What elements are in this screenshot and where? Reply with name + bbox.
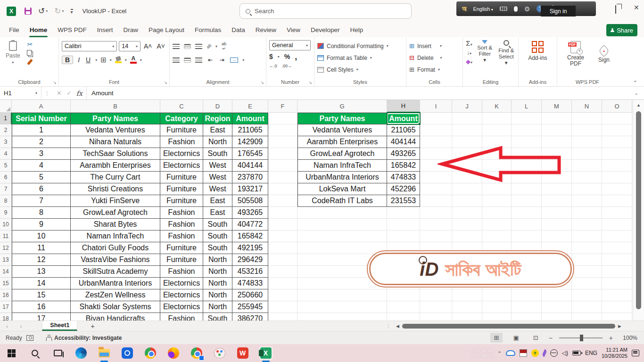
start-button[interactable] — [5, 346, 18, 360]
paste-button[interactable]: Paste▾ — [3, 40, 23, 66]
cell-F9[interactable] — [268, 207, 297, 219]
cell-C14[interactable]: Fashion — [160, 266, 203, 278]
copy-icon[interactable] — [27, 50, 32, 56]
firefox-icon[interactable] — [167, 346, 180, 360]
italic-button[interactable]: I — [76, 56, 81, 64]
column-header-H[interactable]: H — [387, 100, 420, 113]
antivirus-icon[interactable]: + — [531, 349, 539, 357]
cell-L18[interactable] — [512, 313, 542, 321]
vertical-scroll-thumb[interactable] — [636, 111, 641, 309]
close-window-button[interactable]: ✕ — [634, 4, 639, 11]
decrease-indent-icon[interactable]: ⇤ — [206, 57, 214, 63]
column-header-C[interactable]: C — [160, 100, 203, 113]
column-header-L[interactable]: L — [512, 100, 542, 113]
onedrive-icon[interactable] — [506, 350, 515, 356]
cell-A8[interactable]: 7 — [12, 195, 71, 207]
cell-N18[interactable] — [572, 313, 602, 321]
ribbon-tab-insert[interactable]: Insert — [92, 24, 118, 36]
column-header-M[interactable]: M — [542, 100, 572, 113]
page-layout-view-icon[interactable]: ▣ — [509, 333, 522, 343]
cell-G8[interactable]: CodeRath IT Labs — [297, 195, 387, 207]
cell-H9[interactable] — [387, 207, 420, 219]
ribbon-tab-review[interactable]: Review — [250, 24, 281, 36]
cell-C2[interactable]: Furniture — [160, 124, 203, 136]
top-align-icon[interactable] — [173, 44, 180, 49]
cell-C17[interactable]: Electornics — [160, 301, 203, 313]
row-header-16[interactable]: 16 — [0, 289, 12, 301]
network-globe-icon[interactable] — [550, 349, 558, 357]
delete-cells-button[interactable]: ⊟Delete▾ — [409, 52, 460, 64]
cell-F10[interactable] — [268, 219, 297, 230]
wps-office-icon[interactable]: W — [236, 346, 249, 360]
cell-G12[interactable] — [297, 242, 387, 254]
cell-F4[interactable] — [268, 148, 297, 160]
cell-B1[interactable]: Party Names — [71, 113, 160, 124]
undo-icon[interactable]: ↺ — [38, 6, 45, 16]
font-dialog-launcher-icon[interactable]: ↘ — [164, 80, 167, 85]
insert-function-icon[interactable]: fx — [76, 90, 83, 97]
cell-B4[interactable]: TechSaar Solutions — [71, 148, 160, 160]
row-header-17[interactable]: 17 — [0, 301, 12, 313]
cell-C1[interactable]: Category — [160, 113, 203, 124]
column-header-I[interactable]: I — [420, 100, 452, 113]
increase-decimal-button[interactable]: ←.0 — [269, 64, 277, 68]
cell-O14[interactable] — [602, 266, 632, 278]
normal-view-icon[interactable]: ⊞ — [490, 333, 503, 343]
cell-styles-button[interactable]: Cell Styles▾ — [317, 64, 403, 75]
cell-F14[interactable] — [268, 266, 297, 278]
cell-G4[interactable]: GrowLeaf Agrotech — [297, 148, 387, 160]
orientation-icon[interactable]: ab — [206, 43, 212, 49]
cell-G3[interactable]: Aarambh Enterprises — [297, 136, 387, 148]
restore-window-button[interactable] — [615, 6, 616, 13]
cell-A14[interactable]: 13 — [12, 266, 71, 278]
cell-N3[interactable] — [572, 136, 602, 148]
page-break-view-icon[interactable]: ⊡ — [529, 333, 542, 343]
cell-B5[interactable]: Aarambh Enterprises — [71, 160, 160, 172]
align-center-icon[interactable] — [184, 58, 191, 63]
row-header-6[interactable]: 6 — [0, 172, 12, 183]
cell-M17[interactable] — [542, 301, 572, 313]
horizontal-scroll-thumb[interactable] — [402, 324, 615, 329]
redo-dropdown-icon[interactable]: ▾ — [62, 9, 64, 13]
row-header-13[interactable]: 13 — [0, 254, 12, 266]
ribbon-tab-wps-pdf[interactable]: WPS PDF — [52, 24, 92, 36]
cell-K16[interactable] — [482, 289, 512, 301]
ribbon-tab-file[interactable]: File — [4, 24, 25, 36]
ribbon-tab-draw[interactable]: Draw — [118, 24, 144, 36]
cell-I10[interactable] — [420, 219, 452, 230]
cell-E12[interactable]: 492195 — [232, 242, 268, 254]
row-header-4[interactable]: 4 — [0, 148, 12, 160]
cancel-icon[interactable]: ✕ — [57, 90, 62, 97]
cell-G9[interactable] — [297, 207, 387, 219]
cell-M16[interactable] — [542, 289, 572, 301]
number-format-combobox[interactable]: General▾ — [269, 40, 311, 50]
cell-K2[interactable] — [482, 124, 512, 136]
cell-O15[interactable] — [602, 278, 632, 289]
cell-M2[interactable] — [542, 124, 572, 136]
cell-N1[interactable] — [572, 113, 602, 124]
row-header-14[interactable]: 14 — [0, 266, 12, 278]
clock[interactable]: 11:21 AM 10/28/2025 — [602, 347, 627, 359]
column-header-F[interactable]: F — [268, 100, 297, 113]
paint-icon[interactable] — [213, 346, 226, 360]
cell-J18[interactable] — [452, 313, 482, 321]
cell-L8[interactable] — [512, 195, 542, 207]
cell-H10[interactable] — [387, 219, 420, 230]
cell-F7[interactable] — [268, 183, 297, 195]
cell-E9[interactable]: 493265 — [232, 207, 268, 219]
cell-K11[interactable] — [482, 230, 512, 242]
cell-D7[interactable]: West — [203, 183, 232, 195]
cell-I17[interactable] — [420, 301, 452, 313]
sort-filter-button[interactable]: Sort &Filter ▾ — [477, 40, 492, 63]
cell-E6[interactable]: 237870 — [232, 172, 268, 183]
cell-H1[interactable]: Amount — [387, 113, 420, 124]
create-pdf-button[interactable]: Create PDF — [562, 40, 589, 68]
cell-O13[interactable] — [602, 254, 632, 266]
cell-G6[interactable]: UrbanMantra Interiors — [297, 172, 387, 183]
collapse-ribbon-icon[interactable]: ⌄ — [633, 77, 637, 83]
cell-N7[interactable] — [572, 183, 602, 195]
insert-cells-button[interactable]: ⊞Insert▾ — [409, 40, 460, 52]
cell-E3[interactable]: 142909 — [232, 136, 268, 148]
column-header-J[interactable]: J — [452, 100, 482, 113]
keyboard-icon[interactable] — [500, 7, 507, 11]
